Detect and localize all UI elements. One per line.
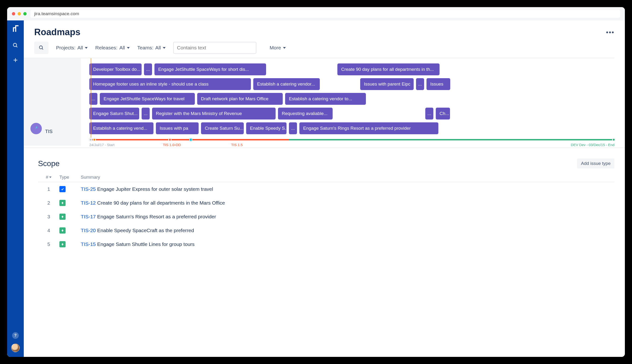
improvement-icon [60, 241, 66, 247]
chevron-down-icon [127, 47, 130, 49]
roadmap-card-overflow[interactable]: ... [416, 78, 424, 90]
more-actions-button[interactable]: ••• [606, 28, 614, 36]
minimize-window-button[interactable] [18, 12, 21, 16]
scope-table: # Type Summary 1TIS-25Engage Jupiter Exp… [38, 173, 614, 251]
scope-row[interactable]: 5TIS-15Engage Saturn Shuttle Lines for g… [38, 237, 614, 251]
roadmap-card[interactable]: Requesting avaliable... [278, 108, 333, 120]
search-icon[interactable] [12, 42, 18, 48]
roadmap-card[interactable]: Engage Saturn Shut... [89, 108, 139, 120]
col-type-header[interactable]: Type [60, 175, 81, 180]
add-issue-type-button[interactable]: Add issue type [577, 158, 614, 168]
issue-key-link[interactable]: TIS-20 [81, 228, 96, 233]
svg-line-5 [42, 48, 43, 50]
releases-filter[interactable]: Releases: All [95, 45, 130, 50]
roadmap-card[interactable]: Establish a catering vendor... [253, 78, 320, 90]
row-summary: TIS-12Create 90 day plans for all depart… [81, 200, 614, 206]
url-bar[interactable]: jira.teamsinspace.com [30, 10, 620, 18]
text-filter-input[interactable] [173, 42, 256, 54]
roadmap-card[interactable]: Issues with parent Eipc [360, 78, 414, 90]
issue-summary-text: Engage Jupiter Express for outer solar s… [97, 186, 213, 192]
teams-label: Teams: [137, 45, 154, 50]
roadmap-panel: TIS Developer Toolbox do......Engage Jet… [24, 58, 625, 146]
jira-logo[interactable] [12, 25, 20, 34]
issue-key-link[interactable]: TIS-12 [81, 200, 96, 206]
roadmap-card[interactable]: Create 90 day plans for all departments … [338, 64, 440, 75]
roadmap-card[interactable]: Engage Saturn's Rings Resort as a prefer… [299, 122, 438, 134]
axis-end-label: DEV Dev - 03/Dec/15 - End [571, 143, 614, 147]
roadmap-card-overflow[interactable]: ... [425, 108, 433, 120]
task-icon [60, 186, 66, 192]
roadmap-card-overflow[interactable]: ... [289, 122, 297, 134]
svg-line-1 [16, 46, 17, 47]
roadmap-card[interactable]: Enable Speedy S... [246, 122, 286, 134]
row-summary: TIS-17Engage Saturn's Rings Resort as a … [81, 214, 614, 220]
axis-m1-label: TIS 1.0-OD [163, 143, 181, 147]
timeline-row: Homepage footer uses an inline style - s… [89, 78, 614, 90]
close-window-button[interactable] [12, 12, 15, 16]
releases-label: Releases: [95, 45, 117, 50]
issue-key-link[interactable]: TIS-17 [81, 214, 96, 219]
row-number: 2 [38, 200, 60, 206]
col-summary-header[interactable]: Summary [81, 175, 614, 180]
row-type [60, 241, 81, 247]
user-avatar[interactable] [11, 344, 20, 352]
more-filter[interactable]: More [270, 45, 286, 50]
col-num-header[interactable]: # [38, 175, 60, 180]
scope-row[interactable]: 4TIS-20Enable Speedy SpaceCraft as the p… [38, 224, 614, 237]
zoom-window-button[interactable] [23, 12, 26, 16]
row-type [60, 214, 81, 220]
roadmap-card-overflow[interactable]: ... [142, 108, 150, 120]
chevron-down-icon [283, 47, 286, 49]
page-header: Roadmaps ••• [24, 20, 625, 40]
team-code: TIS [45, 129, 52, 134]
issue-key-link[interactable]: TIS-25 [81, 186, 96, 192]
roadmap-card[interactable]: Developer Toolbox do... [89, 64, 142, 75]
roadmap-card[interactable]: Draft network plan for Mars Office [197, 93, 283, 105]
row-number: 4 [38, 228, 60, 233]
improvement-icon [60, 228, 66, 234]
improvement-icon [60, 214, 66, 220]
roadmap-card[interactable]: Engage JetShuttle SpaceWays for travel [100, 93, 195, 105]
roadmap-card[interactable]: Engage JetShuttle SpaceWays for short di… [154, 64, 266, 75]
scope-row[interactable]: 3TIS-17Engage Saturn's Rings Resort as a… [38, 210, 614, 224]
scope-table-head: # Type Summary [38, 173, 614, 182]
roadmap-card[interactable]: Register with the Mars Ministry of Reven… [152, 108, 276, 120]
issue-key-link[interactable]: TIS-15 [81, 242, 96, 247]
roadmap-card[interactable]: Issues with pa [156, 122, 199, 134]
chevron-down-icon [163, 47, 166, 49]
timeline-row: ...Engage JetShuttle SpaceWays for trave… [89, 93, 614, 105]
roadmap-card[interactable]: Ch... [436, 108, 450, 120]
axis-start-marker [89, 138, 92, 141]
roadmap-card[interactable]: Establish a catering vend... [89, 122, 154, 134]
swimlane-header: TIS [24, 58, 81, 146]
teams-filter[interactable]: Teams: All [137, 45, 166, 50]
create-icon[interactable] [12, 57, 18, 63]
more-label: More [270, 45, 281, 50]
axis-milestone-2[interactable] [189, 138, 192, 141]
filter-search-button[interactable] [34, 42, 48, 54]
row-type [60, 228, 81, 234]
roadmap-card[interactable]: Create Saturn Su... [201, 122, 244, 134]
roadmap-card[interactable]: Establish a catering vendor to... [285, 93, 366, 105]
axis-start-label: 24/Jul/17 - Start [89, 143, 114, 147]
projects-value: All [78, 45, 83, 50]
timeline-grid: Developer Toolbox do......Engage JetShut… [81, 58, 614, 146]
issue-summary-text: Engage Saturn's Rings Resort as a prefer… [97, 214, 216, 219]
scope-row[interactable]: 2TIS-12Create 90 day plans for all depar… [38, 196, 614, 210]
roadmap-card[interactable]: Homepage footer uses an inline style - s… [89, 78, 251, 90]
roadmap-card[interactable]: Issues [426, 78, 450, 90]
global-sidebar: ? [7, 20, 24, 357]
projects-filter[interactable]: Projects: All [56, 45, 88, 50]
row-type [60, 200, 81, 206]
scope-section: Scope Add issue type # Type Summary 1TIS… [24, 148, 625, 251]
axis-milestone-1[interactable] [168, 138, 172, 141]
scope-row[interactable]: 1TIS-25Engage Jupiter Express for outer … [38, 182, 614, 196]
roadmap-card-overflow[interactable]: ... [144, 64, 152, 75]
row-summary: TIS-25Engage Jupiter Express for outer s… [81, 186, 614, 192]
sort-icon [49, 176, 52, 178]
filter-bar: Projects: All Releases: All Teams: All M… [24, 40, 625, 54]
svg-point-0 [13, 43, 17, 46]
axis-today-marker [93, 138, 96, 141]
help-icon[interactable]: ? [12, 332, 19, 339]
team-avatar[interactable] [30, 123, 42, 134]
